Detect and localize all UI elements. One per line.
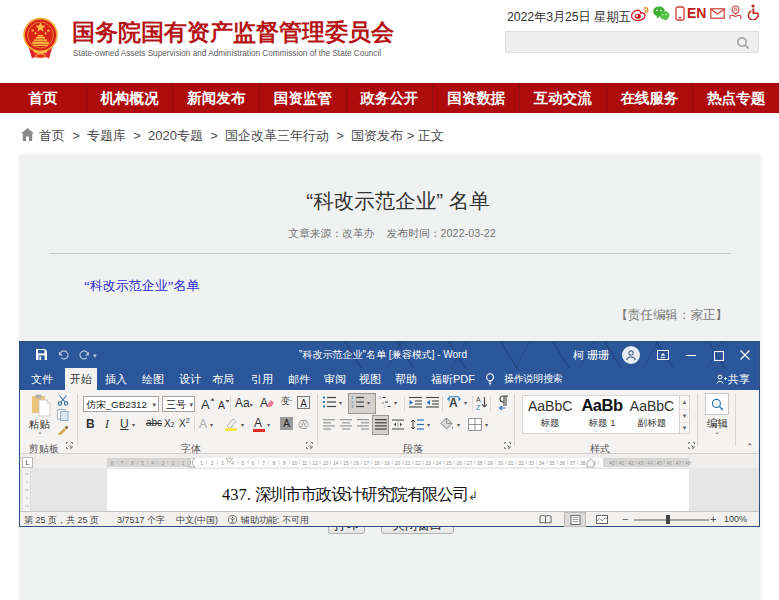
svg-text:32: 32 [518, 461, 524, 466]
svg-text:38: 38 [580, 461, 586, 466]
svg-text:31: 31 [508, 461, 514, 466]
svg-text:19: 19 [384, 461, 390, 466]
svg-text:15: 15 [343, 461, 349, 466]
svg-text:17: 17 [364, 461, 370, 466]
svg-text:36: 36 [560, 461, 566, 466]
svg-text:23: 23 [426, 461, 432, 466]
svg-text:A: A [201, 397, 210, 410]
svg-text:47: 47 [676, 461, 682, 466]
svg-text:6: 6 [252, 461, 255, 466]
svg-text:5: 5 [242, 461, 245, 466]
svg-text:7: 7 [262, 461, 265, 466]
svg-text:4: 4 [151, 461, 154, 466]
svg-text:33: 33 [529, 461, 535, 466]
svg-text:i: i [384, 404, 385, 408]
svg-text:40: 40 [609, 461, 615, 466]
svg-text:14: 14 [333, 461, 339, 466]
svg-text:30: 30 [498, 461, 504, 466]
svg-text:6: 6 [131, 461, 134, 466]
svg-text:16: 16 [354, 461, 360, 466]
svg-text:25: 25 [446, 461, 452, 466]
svg-text:34: 34 [539, 461, 545, 466]
svg-text:45: 45 [657, 461, 663, 466]
svg-text:Z: Z [476, 404, 481, 411]
svg-text:11: 11 [302, 461, 307, 466]
svg-text:10: 10 [292, 461, 298, 466]
svg-text:5: 5 [141, 461, 144, 466]
svg-text:13: 13 [323, 461, 329, 466]
svg-text:41: 41 [619, 461, 625, 466]
svg-text:48: 48 [685, 461, 691, 466]
svg-text:44: 44 [647, 461, 653, 466]
svg-text:20: 20 [395, 461, 401, 466]
svg-text:24: 24 [436, 461, 442, 466]
svg-text:18: 18 [374, 461, 380, 466]
svg-text:A: A [218, 399, 225, 410]
svg-text:8: 8 [111, 461, 114, 466]
svg-text:2: 2 [211, 461, 214, 466]
svg-text:35: 35 [549, 461, 555, 466]
svg-text:42: 42 [628, 461, 634, 466]
svg-text:29: 29 [487, 461, 493, 466]
svg-text:2: 2 [172, 461, 175, 466]
svg-text:1: 1 [200, 461, 203, 466]
svg-text:21: 21 [405, 461, 411, 466]
svg-text:A: A [476, 396, 481, 403]
svg-text:3: 3 [161, 461, 164, 466]
svg-text:1: 1 [182, 461, 185, 466]
svg-text:A: A [449, 396, 458, 409]
svg-text:28: 28 [477, 461, 483, 466]
svg-text:4: 4 [231, 461, 234, 466]
svg-text:3: 3 [221, 461, 224, 466]
svg-text:26: 26 [457, 461, 463, 466]
svg-text:43: 43 [638, 461, 644, 466]
svg-text:8: 8 [272, 461, 275, 466]
svg-text:3: 3 [351, 404, 354, 408]
svg-text:27: 27 [467, 461, 473, 466]
svg-text:22: 22 [415, 461, 421, 466]
svg-text:37: 37 [570, 461, 576, 466]
svg-text:12: 12 [312, 461, 318, 466]
svg-text:9: 9 [283, 461, 286, 466]
svg-text:46: 46 [666, 461, 672, 466]
svg-text:7: 7 [121, 461, 124, 466]
